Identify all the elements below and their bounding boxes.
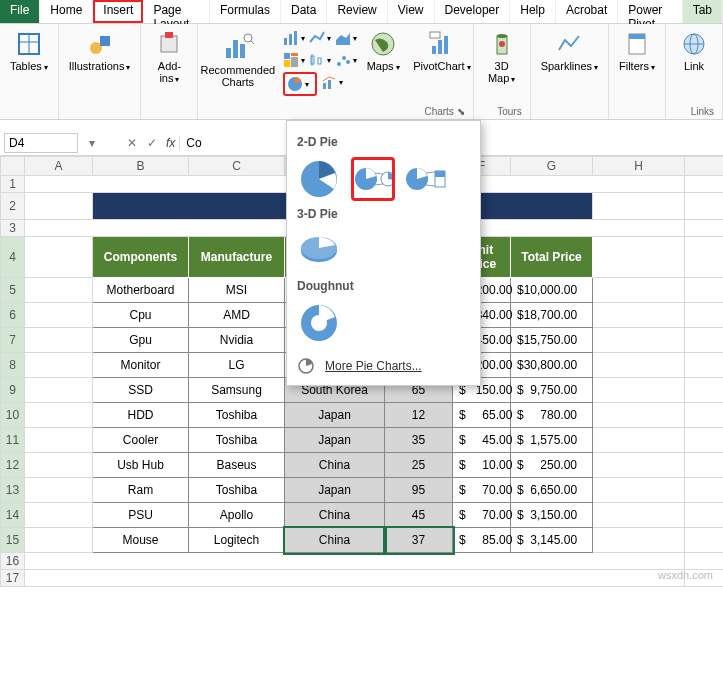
charts-launcher-icon[interactable]: ⬊ xyxy=(457,106,465,117)
cell[interactable]: Monitor xyxy=(93,353,189,378)
cell[interactable] xyxy=(25,237,93,278)
col-header-corner[interactable] xyxy=(1,157,25,176)
cell[interactable] xyxy=(593,278,685,303)
cell[interactable]: Manufacture xyxy=(189,237,285,278)
cell[interactable] xyxy=(25,528,93,553)
row-header[interactable]: 3 xyxy=(1,220,25,237)
cell[interactable] xyxy=(593,193,685,220)
line-chart-button[interactable] xyxy=(309,28,331,48)
tab-data[interactable]: Data xyxy=(281,0,327,23)
enter-icon[interactable]: ✓ xyxy=(142,136,162,150)
tab-developer[interactable]: Developer xyxy=(435,0,511,23)
stat-chart-button[interactable] xyxy=(309,50,331,70)
row-header[interactable]: 7 xyxy=(1,328,25,353)
col-header-G[interactable]: G xyxy=(511,157,593,176)
cell[interactable] xyxy=(25,303,93,328)
cell[interactable]: Toshiba xyxy=(189,428,285,453)
cell[interactable]: $ 65.00 xyxy=(453,403,511,428)
cell[interactable]: Cpu xyxy=(93,303,189,328)
row-header[interactable]: 16 xyxy=(1,553,25,570)
cell[interactable]: 12 xyxy=(385,403,453,428)
cell[interactable]: Samsung xyxy=(189,378,285,403)
filters-button[interactable]: Filters xyxy=(615,28,659,75)
tab-contextual[interactable]: Tab xyxy=(683,0,723,23)
cell[interactable] xyxy=(25,553,685,570)
cell[interactable] xyxy=(593,303,685,328)
cell[interactable]: $ 250.00 xyxy=(511,453,593,478)
tables-button[interactable]: Tables xyxy=(6,28,52,75)
cell[interactable]: Mouse xyxy=(93,528,189,553)
cell[interactable]: $ 45.00 xyxy=(453,428,511,453)
column-chart-button[interactable] xyxy=(283,28,305,48)
cell[interactable] xyxy=(25,478,93,503)
cell[interactable]: $ 70.00 xyxy=(453,478,511,503)
cell[interactable]: Nvidia xyxy=(189,328,285,353)
row-header[interactable]: 4 xyxy=(1,237,25,278)
cell[interactable] xyxy=(593,503,685,528)
cell[interactable]: Total Price xyxy=(511,237,593,278)
cell[interactable]: $ 9,750.00 xyxy=(511,378,593,403)
cell[interactable]: MSI xyxy=(189,278,285,303)
namebox-dropdown-icon[interactable]: ▾ xyxy=(82,136,102,150)
cell[interactable]: $ 1,575.00 xyxy=(511,428,593,453)
area-chart-button[interactable] xyxy=(335,28,357,48)
cell[interactable] xyxy=(25,503,93,528)
cell[interactable]: $ 3,145.00 xyxy=(511,528,593,553)
doughnut-option[interactable] xyxy=(297,301,341,345)
pivotchart-button[interactable]: PivotChart xyxy=(409,28,474,75)
cell[interactable]: $ 85.00 xyxy=(453,528,511,553)
cell[interactable]: Toshiba xyxy=(189,403,285,428)
3dmap-button[interactable]: 3D Map xyxy=(480,28,524,87)
cell[interactable]: Ram xyxy=(93,478,189,503)
tab-acrobat[interactable]: Acrobat xyxy=(556,0,618,23)
cell[interactable]: SSD xyxy=(93,378,189,403)
cell[interactable] xyxy=(25,378,93,403)
cell[interactable]: China xyxy=(285,503,385,528)
cell[interactable]: Japan xyxy=(285,428,385,453)
pie-2d-option[interactable] xyxy=(297,157,341,201)
row-header[interactable]: 12 xyxy=(1,453,25,478)
cell[interactable]: China xyxy=(285,528,385,553)
name-box[interactable] xyxy=(4,133,78,153)
cell[interactable]: Usb Hub xyxy=(93,453,189,478)
tab-review[interactable]: Review xyxy=(327,0,387,23)
bar-of-pie-option[interactable] xyxy=(405,157,449,201)
cell[interactable]: AMD xyxy=(189,303,285,328)
cell[interactable]: Baseus xyxy=(189,453,285,478)
cell[interactable]: HDD xyxy=(93,403,189,428)
cell[interactable] xyxy=(593,328,685,353)
pie-chart-button[interactable]: ▾ xyxy=(283,72,317,96)
cell[interactable]: LG xyxy=(189,353,285,378)
row-header[interactable]: 13 xyxy=(1,478,25,503)
cell[interactable]: China xyxy=(285,453,385,478)
cell[interactable] xyxy=(593,378,685,403)
tab-pagelayout[interactable]: Page Layout xyxy=(143,0,210,23)
cell[interactable] xyxy=(593,453,685,478)
cell[interactable]: Japan xyxy=(285,478,385,503)
col-header-A[interactable]: A xyxy=(25,157,93,176)
cell[interactable] xyxy=(593,528,685,553)
recommended-charts-button[interactable]: Recommended Charts xyxy=(197,28,280,90)
cell[interactable]: $ 3,150.00 xyxy=(511,503,593,528)
sparklines-button[interactable]: Sparklines xyxy=(537,28,602,75)
maps-button[interactable]: Maps xyxy=(361,28,405,75)
row-header[interactable]: 9 xyxy=(1,378,25,403)
cell[interactable]: 25 xyxy=(385,453,453,478)
row-header[interactable]: 1 xyxy=(1,176,25,193)
cell[interactable] xyxy=(593,353,685,378)
links-button[interactable]: Link xyxy=(672,28,716,74)
row-header[interactable]: 11 xyxy=(1,428,25,453)
cell[interactable] xyxy=(25,353,93,378)
tab-help[interactable]: Help xyxy=(510,0,556,23)
more-pie-charts[interactable]: More Pie Charts... xyxy=(297,357,470,375)
cell[interactable]: PSU xyxy=(93,503,189,528)
cell[interactable] xyxy=(593,428,685,453)
cell[interactable] xyxy=(593,403,685,428)
cell[interactable]: $18,700.00 xyxy=(511,303,593,328)
row-header[interactable]: 17 xyxy=(1,570,25,587)
cell[interactable]: Apollo xyxy=(189,503,285,528)
cell[interactable]: Gpu xyxy=(93,328,189,353)
cell[interactable]: $ 780.00 xyxy=(511,403,593,428)
cell[interactable] xyxy=(25,328,93,353)
row-header[interactable]: 10 xyxy=(1,403,25,428)
